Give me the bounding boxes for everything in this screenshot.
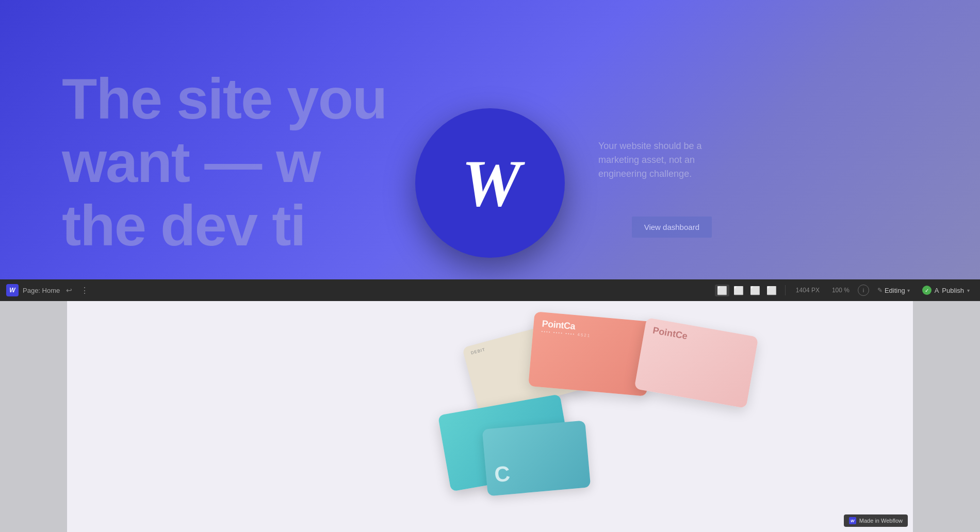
editing-button[interactable]: ✎ Editing ▾ [873, 285, 914, 296]
viewport-tablet-icon[interactable]: ⬜ [731, 285, 746, 296]
hero-sidebar-description: Your website should be a marketing asset… [598, 139, 712, 181]
made-in-webflow-label: Made in Webflow [859, 518, 903, 524]
publish-a-label: A [935, 287, 939, 294]
teal-card-letter: C [493, 461, 511, 487]
editing-label: Editing [885, 287, 905, 294]
editing-pencil-icon: ✎ [877, 287, 883, 294]
pointcard-salmon: PointCa •••• •••• •••• 4521 [528, 311, 653, 396]
toolbar-info-button[interactable]: i [858, 285, 869, 296]
toolbar-back-icon[interactable]: ↩ [66, 286, 72, 294]
viewport-mobile-landscape-icon[interactable]: ⬜ [748, 285, 762, 296]
publish-check-icon: ✓ [922, 286, 932, 295]
toolbar-zoom-info: 100 % [832, 287, 850, 294]
webflow-w-letter: W [462, 149, 519, 217]
publish-button[interactable]: ✓ A Publish ▾ [918, 284, 974, 297]
viewport-mobile-icon[interactable]: ⬜ [764, 285, 779, 296]
pointcard-2-name: PointCe [652, 325, 749, 353]
toolbar-px-info: 1404 PX [796, 287, 820, 294]
canvas-inner: DEBIT VISA PointCa •••• •••• •••• 4521 P… [67, 301, 913, 532]
made-in-webflow-logo: W [849, 517, 856, 524]
cards-container: DEBIT VISA PointCa •••• •••• •••• 4521 P… [418, 311, 779, 518]
toolbar-right-controls: i ✎ Editing ▾ ✓ A Publish ▾ [858, 284, 974, 297]
publish-chevron-icon: ▾ [967, 288, 970, 293]
editing-chevron-icon: ▾ [907, 288, 910, 293]
pointcard-light: PointCe [634, 318, 759, 408]
view-dashboard-button[interactable]: View dashboard [632, 217, 712, 238]
editor-toolbar: W Page: Home ↩ ⋮ ⬜ ⬜ ⬜ ⬜ 1404 PX 100 % i… [0, 279, 980, 301]
hero-line1: The site you [62, 66, 386, 131]
toolbar-page-label: Page: Home [23, 287, 60, 294]
made-in-webflow-badge[interactable]: W Made in Webflow [844, 514, 908, 527]
hero-line2: want — w [62, 130, 320, 194]
canvas-area: DEBIT VISA PointCa •••• •••• •••• 4521 P… [0, 301, 980, 532]
hero-text-block: The site you want — w the dev ti [62, 67, 386, 258]
toolbar-divider-1 [785, 285, 786, 295]
toolbar-logo[interactable]: W [6, 284, 19, 296]
hero-headline: The site you want — w the dev ti [62, 67, 386, 258]
toolbar-viewport-icons: ⬜ ⬜ ⬜ ⬜ [715, 285, 779, 296]
viewport-desktop-icon[interactable]: ⬜ [715, 285, 729, 296]
teal-card-overlap: C [482, 421, 591, 496]
publish-label: Publish [942, 287, 964, 294]
webflow-logo-circle: W [415, 108, 565, 258]
hero-line3: the dev ti [62, 193, 305, 258]
toolbar-dots-menu[interactable]: ⋮ [80, 286, 89, 295]
